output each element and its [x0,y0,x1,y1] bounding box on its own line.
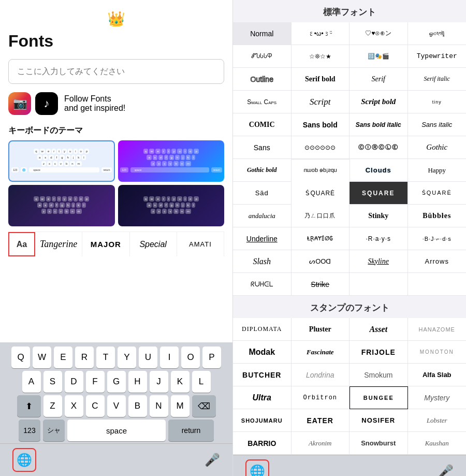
font-cell-clouds[interactable]: Clouds [350,159,408,182]
stamp-bungee[interactable]: BUNGEE [350,386,408,409]
font-cell-ruhel[interactable]: ᖇᑌᕼᕮᒪ [233,273,292,296]
font-preview-major[interactable]: MAJOR [82,232,129,256]
font-cell-underline[interactable]: Underline [233,227,292,250]
key-X[interactable]: X [65,395,83,417]
font-preview-amati[interactable]: AMATI [177,232,224,256]
font-cell-strike[interactable]: Strike [292,273,350,296]
font-cell-sans-italic[interactable]: Sans italic [408,113,467,136]
font-preview-special[interactable]: Special [130,232,177,256]
stamp-nosifer[interactable]: NOSIFER [350,409,408,432]
font-cell-lr-sym[interactable]: ⱠⱤ₳Ɏ₿Ø₲ [292,227,350,250]
font-cell-sym1[interactable]: ꒰•ω•꒱ᵕ̈ [292,22,350,45]
stamp-asset[interactable]: Asset [350,318,408,341]
font-cell-circle-bold[interactable]: ⒸⒾⓇⒸⓁⒺ [350,136,408,159]
font-cell-bubbles[interactable]: Bübbłes [408,205,467,227]
stamp-snowburst[interactable]: Snowburst [350,432,408,455]
globe-button[interactable]: 🌐 [12,448,36,472]
stamp-mystery[interactable]: Mystery [408,386,467,409]
key-R[interactable]: R [75,347,94,368]
font-preview-tangerine[interactable]: Tangerine [35,232,82,256]
font-cell-sym3[interactable]: ஓ৩ঽৎঊৄ [408,22,467,45]
font-cell-stinky[interactable]: Stinky [350,205,408,227]
key-F[interactable]: F [86,371,105,393]
keyboard-theme-colorful[interactable]: qwe rty uiop asd fgh jkl zxc vbnm [118,140,225,182]
key-space[interactable]: space [67,420,166,441]
font-cell-arrows[interactable]: Arrows [408,250,467,273]
font-cell-circles[interactable]: ⊙⊙⊙⊙⊙⊙ [292,136,350,159]
key-O[interactable]: O [181,347,200,368]
mic-button[interactable]: 🎤 [205,453,220,467]
font-cell-smallcaps[interactable]: Small Caps [233,91,292,113]
font-cell-serif-italic[interactable]: Serif italic [408,68,467,91]
font-cell-sym2[interactable]: ♡♥⊙⊕ン [350,22,408,45]
key-J[interactable]: J [150,371,168,393]
stamp-monoton[interactable]: MONOTON [408,341,467,364]
key-return[interactable]: return [168,420,214,441]
key-jp[interactable]: シャ [43,420,65,441]
tiktok-icon[interactable]: ♪ [35,92,58,115]
key-A[interactable]: A [22,371,41,393]
key-T[interactable]: T [96,347,115,368]
key-K[interactable]: K [171,371,190,393]
font-cell-sad[interactable]: Säd [233,182,292,205]
font-cell-sym5[interactable]: ☆❊☆★ [292,45,350,68]
key-U[interactable]: U [139,347,157,368]
font-cell-sans-bold-italic[interactable]: Sans bold italic [350,113,408,136]
stamp-frijole[interactable]: FRIJOLE [350,341,408,364]
font-cell-skyline[interactable]: Skyline [350,250,408,273]
key-V[interactable]: V [107,395,126,417]
right-globe-button[interactable]: 🌐 [245,459,269,476]
font-cell-normal[interactable]: Normal [233,22,292,45]
font-cell-comic[interactable]: COMIC [233,113,292,136]
key-M[interactable]: M [171,395,190,417]
font-cell-flip[interactable]: umop əp!sdn [292,159,350,182]
key-S[interactable]: S [43,371,62,393]
font-cell-block[interactable]: 乃ㄥ口口爪 [292,205,350,227]
stamp-lobster[interactable]: Lobster [408,409,467,432]
font-preview-aa[interactable]: Aa [8,232,35,256]
stamp-orbitron[interactable]: Orbitron [292,386,350,409]
font-cell-script[interactable]: Script [292,91,350,113]
stamp-alfa[interactable]: Alfa Slab [408,364,467,386]
keyboard-theme-space1[interactable]: qwe rty uiop asd fgh jkl zxc vbnm [8,185,115,226]
stamp-londrina[interactable]: Londrina [292,364,350,386]
key-B[interactable]: B [128,395,147,417]
stamp-diplomata[interactable]: DIPLOMATA [233,318,292,341]
key-I[interactable]: I [160,347,179,368]
text-input[interactable] [8,59,224,84]
stamp-barrio[interactable]: BARRIO [233,432,292,455]
stamp-hanazome[interactable]: HANAZOME [408,318,467,341]
key-P[interactable]: P [202,347,221,368]
font-cell-gothic-bold[interactable]: Gothic bold [233,159,292,182]
key-C[interactable]: C [86,395,105,417]
key-L[interactable]: L [192,371,211,393]
key-E[interactable]: E [54,347,72,368]
font-cell-sans-bold[interactable]: Sans bold [292,113,350,136]
key-H[interactable]: H [128,371,147,393]
key-Y[interactable]: Y [118,347,136,368]
key-D[interactable]: D [65,371,83,393]
font-cell-rays[interactable]: ·R·a·y·s [350,227,408,250]
stamp-modak[interactable]: Modak [233,341,292,364]
keyboard-theme-blue[interactable]: qwe rty uiop asd fgh jkl zxc vbnm [8,140,115,182]
font-cell-bjords[interactable]: ·B·J·⌐·d·s [408,227,467,250]
font-cell-happy[interactable]: Happy [408,159,467,182]
key-N[interactable]: N [150,395,168,417]
key-W[interactable]: W [33,347,51,368]
right-mic-button[interactable]: 🎤 [438,464,454,476]
font-cell-serif[interactable]: Serif [350,68,408,91]
font-cell-tiny[interactable]: tiny [408,91,467,113]
font-cell-sans[interactable]: Sans [233,136,292,159]
stamp-butcher[interactable]: BUTCHER [233,364,292,386]
key-123[interactable]: 123 [19,420,40,441]
stamp-shojumaru[interactable]: SHOJUMARU [233,409,292,432]
stamp-smokum[interactable]: Smokum [350,364,408,386]
font-cell-andalucia[interactable]: andalucia [233,205,292,227]
font-cell-serif-bold[interactable]: Serif bold [292,68,350,91]
key-Q[interactable]: Q [11,347,30,368]
key-delete[interactable]: ⌫ [192,395,216,417]
stamp-fascinate[interactable]: Fascinate [292,341,350,364]
key-shift[interactable]: ⬆ [17,395,41,417]
font-cell-gothic[interactable]: Gothic [408,136,467,159]
font-cell-sood[interactable]: ᔕOOᗡ [292,250,350,273]
